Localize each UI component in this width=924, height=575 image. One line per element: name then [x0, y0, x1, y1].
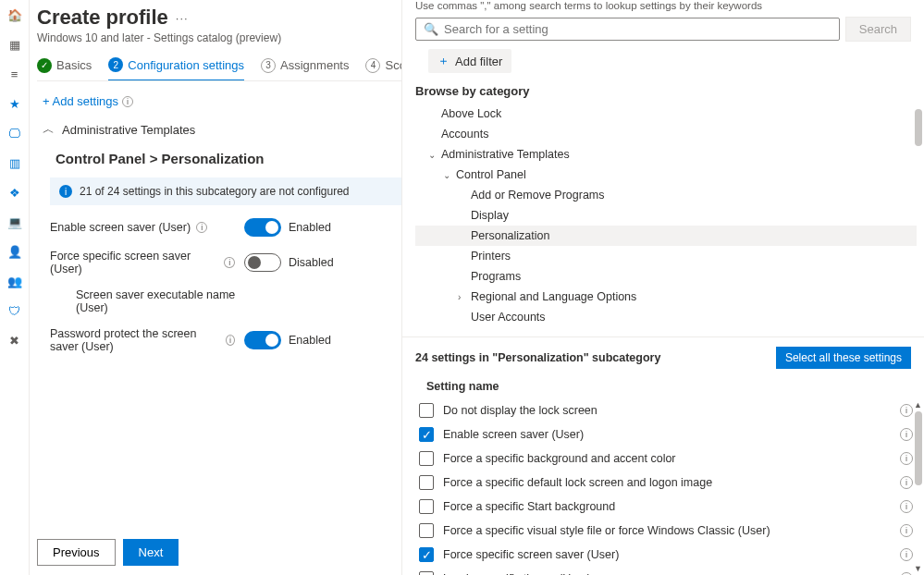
tree-item-label: Control Panel — [456, 168, 526, 181]
result-label: Force a specific Start background — [443, 500, 891, 513]
next-button[interactable]: Next — [123, 539, 179, 566]
results-count: 24 settings in "Personalization" subcate… — [415, 351, 660, 364]
result-label: Force a specific background and accent c… — [443, 452, 891, 465]
info-icon: i — [59, 185, 72, 198]
grid-icon[interactable]: ▥ — [6, 153, 24, 172]
category-tree: Above Lock Accounts⌄Administrative Templ… — [402, 102, 924, 335]
info-icon[interactable]: i — [900, 500, 913, 513]
tree-item[interactable]: Personalization — [415, 226, 917, 246]
info-icon[interactable]: i — [226, 335, 235, 346]
dashboard-icon[interactable]: ▦ — [6, 35, 24, 54]
scroll-thumb[interactable] — [915, 109, 922, 146]
checkbox[interactable] — [419, 571, 434, 575]
setting-enable-screensaver: Enable screen saver (User) i Enabled — [50, 218, 401, 237]
tree-item[interactable]: Add or Remove Programs — [415, 185, 917, 205]
shield-icon[interactable]: 🛡 — [6, 301, 24, 320]
info-icon[interactable]: i — [900, 404, 913, 417]
step-basics[interactable]: ✓ Basics — [37, 58, 92, 80]
tree-item-label: Printers — [471, 250, 511, 263]
users-icon[interactable]: 👥 — [6, 272, 24, 290]
chevron-down-icon: ⌄ — [428, 150, 436, 160]
add-filter-button[interactable]: ＋ Add filter — [428, 49, 511, 73]
tree-item[interactable]: Printers — [415, 246, 917, 266]
result-row: Load a specific theme (User)i — [415, 567, 917, 575]
checkbox[interactable] — [419, 403, 434, 418]
select-all-button[interactable]: Select all these settings — [776, 347, 911, 369]
checkbox[interactable] — [419, 523, 434, 538]
search-input-wrapper[interactable]: 🔍 — [415, 18, 840, 41]
accordion-header[interactable]: ︿ Administrative Templates — [37, 114, 401, 145]
checkbox[interactable] — [419, 451, 434, 466]
step-label: Configuration settings — [128, 58, 244, 72]
info-icon[interactable]: i — [900, 524, 913, 537]
step-label: Basics — [56, 58, 92, 72]
tree-item[interactable]: User Accounts — [415, 307, 917, 327]
step-label: Scope tags — [385, 58, 401, 72]
checkbox[interactable]: ✓ — [419, 547, 434, 562]
result-row: Do not display the lock screeni — [415, 398, 917, 422]
chevron-down-icon: ⌄ — [443, 170, 450, 180]
monitor-icon[interactable]: 🖵 — [6, 124, 24, 142]
checkbox[interactable] — [419, 499, 434, 514]
setting-password-protect: Password protect the screen saver (User)… — [50, 327, 401, 353]
tree-item[interactable]: Display — [415, 205, 917, 226]
user-icon[interactable]: 👤 — [6, 242, 24, 261]
page-subtitle: Windows 10 and later - Settings catalog … — [37, 31, 401, 44]
scroll-up-icon[interactable]: ▲ — [914, 400, 922, 410]
tree-item-label: Accounts — [441, 128, 488, 141]
page-title: Create profile — [37, 6, 168, 30]
scrollbar[interactable] — [913, 102, 922, 335]
results-list: ▲ ▼ Do not display the lock screeni✓Enab… — [402, 398, 924, 575]
step-scope[interactable]: 4 Scope tags — [365, 58, 401, 80]
tree-item[interactable]: Accounts — [415, 124, 917, 144]
info-bar: i 21 of 24 settings in this subcategory … — [50, 177, 401, 205]
more-icon[interactable]: ··· — [176, 11, 189, 25]
info-icon[interactable]: i — [900, 428, 913, 441]
tree-item-label: Administrative Templates — [441, 148, 570, 161]
step-assignments[interactable]: 3 Assignments — [261, 58, 349, 80]
home-icon[interactable]: 🏠 — [6, 6, 24, 24]
list-icon[interactable]: ≡ — [6, 65, 24, 83]
checkbox[interactable]: ✓ — [419, 427, 434, 442]
nav-rail: 🏠 ▦ ≡ ★ 🖵 ▥ ❖ 💻 👤 👥 🛡 ✖ — [0, 0, 30, 575]
search-hint: Use commas "," among search terms to loo… — [402, 0, 924, 17]
scrollbar[interactable]: ▲ ▼ — [913, 398, 922, 575]
search-button[interactable]: Search — [845, 17, 911, 42]
tree-item[interactable]: Above Lock — [415, 104, 917, 124]
info-icon[interactable]: i — [196, 222, 207, 233]
tree-item-label: Display — [471, 209, 509, 222]
plus-icon: ＋ — [437, 53, 450, 69]
tree-item-label: User Accounts — [471, 311, 546, 324]
checkbox[interactable] — [419, 475, 434, 490]
wrench-icon[interactable]: ✖ — [6, 331, 24, 349]
toggle-force-screensaver[interactable] — [244, 253, 281, 272]
apps-icon[interactable]: ❖ — [6, 183, 24, 202]
toggle-password-protect[interactable] — [244, 331, 281, 349]
tree-item[interactable]: ⌄Control Panel — [415, 165, 917, 185]
info-icon[interactable]: i — [224, 257, 235, 268]
result-row: Force a specific background and accent c… — [415, 447, 917, 471]
step-config[interactable]: 2 Configuration settings — [108, 57, 244, 81]
result-row: Force a specific Start backgroundi — [415, 495, 917, 519]
scroll-thumb[interactable] — [915, 411, 922, 485]
info-icon[interactable]: i — [900, 548, 913, 561]
step-label: Assignments — [280, 58, 349, 72]
breadcrumb: Control Panel > Personalization — [55, 151, 401, 166]
search-input[interactable] — [444, 22, 832, 36]
star-icon[interactable]: ★ — [6, 94, 24, 113]
scroll-down-icon[interactable]: ▼ — [914, 564, 922, 573]
devices-icon[interactable]: 💻 — [6, 213, 24, 231]
wizard-footer: Previous Next — [37, 530, 179, 566]
tree-item[interactable]: ›Regional and Language Options — [415, 287, 917, 307]
result-row: ✓Enable screen saver (User)i — [415, 422, 917, 447]
tree-item[interactable]: ⌄Administrative Templates — [415, 144, 917, 165]
tree-item[interactable]: Programs — [415, 266, 917, 287]
info-icon[interactable]: i — [900, 452, 913, 465]
result-row: ✓Force specific screen saver (User)i — [415, 543, 917, 567]
result-row: Force a specific default lock screen and… — [415, 471, 917, 495]
add-settings-link[interactable]: + Add settings i — [43, 94, 401, 108]
toggle-enable-screensaver[interactable] — [244, 218, 281, 237]
info-icon[interactable]: i — [900, 476, 913, 489]
previous-button[interactable]: Previous — [37, 539, 116, 566]
info-icon[interactable]: i — [122, 96, 133, 107]
